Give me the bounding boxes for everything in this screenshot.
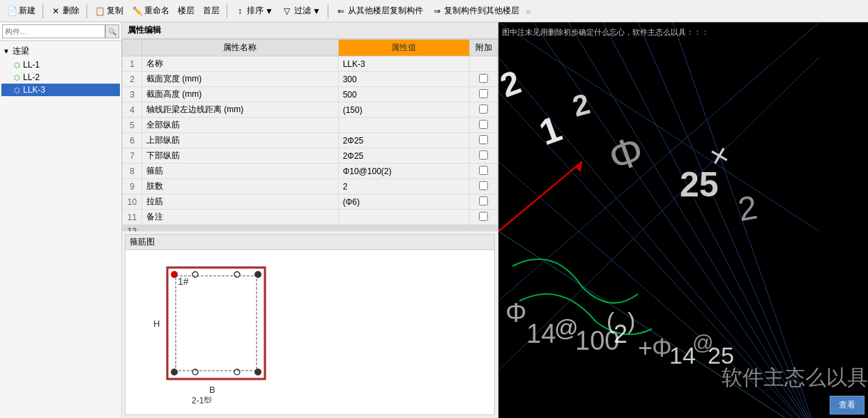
copy-from-button[interactable]: ⇐ 从其他楼层复制构件 [332,3,427,18]
svg-text:图中注未见用删除初步确定什么忘心，软件主态么以具：：：: 图中注未见用删除初步确定什么忘心，软件主态么以具：：： [502,28,709,36]
prop-checkbox-5[interactable] [470,118,498,133]
svg-text:2-1型: 2-1型 [192,396,212,403]
checkbox-3[interactable] [479,89,488,98]
svg-text:14: 14 [526,319,556,348]
svg-text:): ) [627,307,635,334]
tree-area: ▼ 连梁 ⬡ LL-1 ⬡ LL-2 ⬡ LLK-3 [0,41,121,418]
right-panel: 2 1 2 Φ 25 × 2 Φ 14 @ 100 ( 2 ) [498,22,868,418]
prop-name-12: 其它属性 [142,225,470,232]
prop-checkbox-4[interactable] [470,102,498,118]
search-icon: 🔍 [108,28,116,36]
search-input[interactable] [2,24,105,38]
search-bar: 🔍 [0,22,121,41]
view-button[interactable]: 查看 [830,396,865,415]
component-icon-ll1: ⬡ [14,61,20,69]
prop-checkbox-9[interactable] [470,179,498,194]
tree-root[interactable]: ▼ 连梁 [1,44,120,59]
rebar-diagram-title: 箍筋图 [125,235,494,250]
sort-icon: ↕ [234,6,245,17]
property-table-wrapper: 属性名称 属性值 附加 1名称LLK-32截面宽度 (mm)3003截面高度 (… [122,39,498,231]
prop-name-8: 箍筋 [142,164,339,179]
tree-item-ll2[interactable]: ⬡ LL-2 [1,71,120,84]
checkbox-6[interactable] [479,135,488,144]
prop-name-1: 名称 [142,56,339,72]
checkbox-4[interactable] [479,104,488,114]
svg-point-8 [171,369,178,376]
svg-text:2: 2 [498,63,526,104]
prop-value-7[interactable]: 2Φ25 [338,148,469,164]
prop-value-2[interactable]: 300 [338,72,469,87]
delete-button[interactable]: ✕ 删除 [47,3,83,18]
col-value: 属性值 [338,40,469,56]
checkbox-9[interactable] [479,181,488,190]
prop-checkbox-7[interactable] [470,148,498,164]
prop-name-2: 截面宽度 (mm) [142,72,339,87]
prop-value-10[interactable]: (Φ6) [338,194,469,210]
rebar-diagram: 1# H B 2-1型 [125,250,494,410]
prop-name-10: 拉筋 [142,194,339,210]
prop-checkbox-2[interactable] [470,72,498,87]
expand-icon: ▼ [3,47,10,55]
checkbox-2[interactable] [479,74,488,83]
prop-checkbox-11[interactable] [470,210,498,225]
prop-value-8[interactable]: Φ10@100(2) [338,164,469,179]
middle-panel: 属性编辑 属性名称 属性值 附加 1名称LLK-32截面宽度 (mm)3003截… [122,22,498,418]
component-icon-ll3: ⬡ [14,86,20,94]
copy-to-button[interactable]: ⇒ 复制构件到其他楼层 [428,3,523,18]
copy-button[interactable]: 📋 复制 [91,3,127,18]
svg-text:25: 25 [680,165,719,204]
main-toolbar: 📄 新建 ✕ 删除 📋 复制 ✏️ 重命名 楼层 首层 ↕ 排序 ▼ ▽ 过滤 … [0,0,868,22]
new-button[interactable]: 📄 新建 [3,3,39,18]
row-num-7: 7 [123,148,142,164]
row-num-10: 10 [123,194,142,210]
row-num-2: 2 [123,72,142,87]
svg-text:软件主态么以具：：：: 软件主态么以具：：： [722,366,868,389]
prop-value-9[interactable]: 2 [338,179,469,194]
prop-value-4[interactable]: (150) [338,102,469,118]
svg-marker-48 [575,162,582,172]
property-table: 属性名称 属性值 附加 1名称LLK-32截面宽度 (mm)3003截面高度 (… [122,39,498,231]
separator-3 [227,4,227,18]
svg-text:H: H [153,318,160,329]
col-add: 附加 [470,40,498,56]
prop-checkbox-8[interactable] [470,164,498,179]
tree-item-ll3[interactable]: ⬡ LLK-3 [1,84,120,96]
prop-name-6: 上部纵筋 [142,133,339,148]
prop-name-7: 下部纵筋 [142,148,339,164]
layer-button[interactable]: 楼层 [174,3,198,18]
first-layer-button[interactable]: 首层 [199,3,223,18]
row-num-11: 11 [123,210,142,225]
prop-checkbox-1[interactable] [470,56,498,72]
main-content: 🔍 ▼ 连梁 ⬡ LL-1 ⬡ LL-2 ⬡ LLK-3 属性编辑 [0,22,868,418]
svg-point-13 [234,369,240,375]
separator-4 [328,4,328,18]
prop-value-1[interactable]: LLK-3 [338,56,469,72]
svg-text:1: 1 [534,108,567,153]
prop-value-5[interactable] [338,118,469,133]
sort-button[interactable]: ↕ 排序 ▼ [231,3,277,18]
more-icon[interactable]: » [526,6,531,17]
prop-checkbox-6[interactable] [470,133,498,148]
checkbox-10[interactable] [479,196,488,206]
prop-name-4: 轴线距梁左边线距离 (mm) [142,102,339,118]
rename-button[interactable]: ✏️ 重命名 [128,3,173,18]
search-button[interactable]: 🔍 [105,24,119,38]
prop-value-6[interactable]: 2Φ25 [338,133,469,148]
filter-button[interactable]: ▽ 过滤 ▼ [278,3,324,18]
copy-from-icon: ⇐ [335,6,347,17]
checkbox-5[interactable] [479,120,488,129]
prop-value-3[interactable]: 500 [338,87,469,102]
prop-name-9: 肢数 [142,179,339,194]
checkbox-11[interactable] [479,212,488,221]
prop-value-11[interactable] [338,210,469,225]
checkbox-8[interactable] [479,166,488,175]
rename-icon: ✏️ [132,6,143,17]
svg-text:Φ: Φ [602,126,650,181]
checkbox-7[interactable] [479,150,488,160]
prop-checkbox-10[interactable] [470,194,498,210]
drawing-area: 2 1 2 Φ 25 × 2 Φ 14 @ 100 ( 2 ) [498,22,868,418]
rebar-panel: 箍筋图 1# H B 2-1型 [125,234,495,415]
left-panel: 🔍 ▼ 连梁 ⬡ LL-1 ⬡ LL-2 ⬡ LLK-3 [0,22,122,418]
tree-item-ll1[interactable]: ⬡ LL-1 [1,59,120,71]
prop-checkbox-3[interactable] [470,87,498,102]
